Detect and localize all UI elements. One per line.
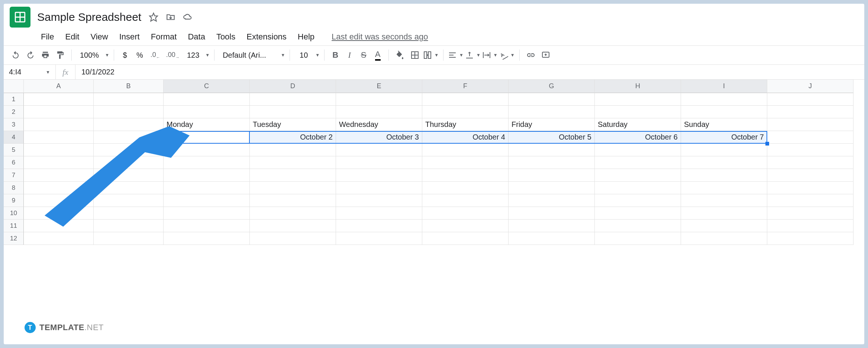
cell[interactable] <box>250 144 336 156</box>
cell[interactable] <box>24 131 94 144</box>
col-header-C[interactable]: C <box>164 80 250 93</box>
cell-I4[interactable]: October 7 <box>681 131 767 144</box>
sheets-logo-icon[interactable] <box>10 7 30 28</box>
font-select[interactable]: Default (Ari...▼ <box>219 51 285 60</box>
cell[interactable] <box>509 207 595 220</box>
cell[interactable] <box>24 156 94 169</box>
cell[interactable] <box>767 207 854 220</box>
cell[interactable] <box>595 207 681 220</box>
cell[interactable] <box>595 194 681 207</box>
row-header-4[interactable]: 4 <box>4 131 24 144</box>
bold-button[interactable]: B <box>329 48 342 62</box>
cell-C4[interactable]: October 1 <box>164 131 250 144</box>
row-header-7[interactable]: 7 <box>4 169 24 182</box>
cell[interactable] <box>250 106 336 118</box>
col-header-G[interactable]: G <box>509 80 595 93</box>
cell[interactable] <box>767 118 854 131</box>
cell[interactable] <box>509 194 595 207</box>
zoom-select[interactable]: 100%▼ <box>76 51 109 60</box>
col-header-I[interactable]: I <box>681 80 767 93</box>
row-header-9[interactable]: 9 <box>4 194 24 207</box>
star-icon[interactable] <box>149 12 158 22</box>
cell[interactable] <box>164 194 250 207</box>
cell[interactable] <box>24 194 94 207</box>
cell[interactable] <box>422 106 509 118</box>
cell[interactable] <box>24 169 94 182</box>
borders-icon[interactable] <box>408 48 422 62</box>
cell[interactable] <box>164 106 250 118</box>
col-header-B[interactable]: B <box>94 80 164 93</box>
cell[interactable] <box>94 93 164 106</box>
cell[interactable] <box>250 207 336 220</box>
cell[interactable] <box>250 93 336 106</box>
cell[interactable] <box>164 207 250 220</box>
col-header-H[interactable]: H <box>595 80 681 93</box>
cell[interactable] <box>422 207 509 220</box>
cell[interactable] <box>250 232 336 245</box>
cell[interactable] <box>24 207 94 220</box>
cell[interactable] <box>595 182 681 194</box>
cell[interactable] <box>681 169 767 182</box>
menu-tools[interactable]: Tools <box>216 32 235 42</box>
cell[interactable] <box>336 182 422 194</box>
cell[interactable] <box>94 156 164 169</box>
cell-D4[interactable]: October 2 <box>250 131 336 144</box>
cell-H3[interactable]: Saturday <box>595 118 681 131</box>
increase-decimal-button[interactable]: .00→ <box>164 48 182 62</box>
col-header-A[interactable]: A <box>24 80 94 93</box>
vertical-align-button[interactable]: ▼ <box>465 51 481 60</box>
cell[interactable] <box>681 194 767 207</box>
cell[interactable] <box>595 169 681 182</box>
cell-F4[interactable]: October 4 <box>422 131 509 144</box>
cell[interactable] <box>250 194 336 207</box>
menu-help[interactable]: Help <box>298 32 314 42</box>
cell-E4[interactable]: October 3 <box>336 131 422 144</box>
cell[interactable] <box>250 182 336 194</box>
cell[interactable] <box>164 93 250 106</box>
cell[interactable] <box>164 220 250 232</box>
menu-format[interactable]: Format <box>151 32 177 42</box>
cell[interactable] <box>250 169 336 182</box>
cell[interactable] <box>595 144 681 156</box>
cell[interactable] <box>24 93 94 106</box>
cell-H4[interactable]: October 6 <box>595 131 681 144</box>
cloud-status-icon[interactable] <box>183 12 193 22</box>
cell[interactable] <box>94 106 164 118</box>
horizontal-align-button[interactable]: ▼ <box>448 51 464 60</box>
cell[interactable] <box>767 194 854 207</box>
cell[interactable] <box>164 182 250 194</box>
cell[interactable] <box>422 144 509 156</box>
cell[interactable] <box>94 169 164 182</box>
cell[interactable] <box>422 169 509 182</box>
row-header-6[interactable]: 6 <box>4 156 24 169</box>
cell[interactable] <box>24 118 94 131</box>
cell-I3[interactable]: Sunday <box>681 118 767 131</box>
cell[interactable] <box>681 93 767 106</box>
menu-view[interactable]: View <box>90 32 108 42</box>
menu-edit[interactable]: Edit <box>65 32 79 42</box>
cell[interactable] <box>767 156 854 169</box>
cell[interactable] <box>24 144 94 156</box>
row-header-10[interactable]: 10 <box>4 207 24 220</box>
cell[interactable] <box>681 220 767 232</box>
cell-C3[interactable]: Monday <box>164 118 250 131</box>
cell[interactable] <box>24 106 94 118</box>
cell[interactable] <box>595 93 681 106</box>
cell[interactable] <box>509 182 595 194</box>
cell[interactable] <box>681 106 767 118</box>
cell[interactable] <box>164 144 250 156</box>
cell[interactable] <box>94 144 164 156</box>
cell[interactable] <box>336 169 422 182</box>
cell[interactable] <box>250 156 336 169</box>
cell-F3[interactable]: Thursday <box>422 118 509 131</box>
row-header-5[interactable]: 5 <box>4 144 24 156</box>
cells-area[interactable]: Monday Tuesday Wednesday Thursday Friday… <box>24 93 854 245</box>
cell[interactable] <box>336 106 422 118</box>
currency-button[interactable]: $ <box>119 48 131 62</box>
cell[interactable] <box>94 118 164 131</box>
cell[interactable] <box>422 220 509 232</box>
cell-E3[interactable]: Wednesday <box>336 118 422 131</box>
cell[interactable] <box>509 106 595 118</box>
cell[interactable] <box>681 144 767 156</box>
number-format-select[interactable]: 123▼ <box>183 51 210 60</box>
